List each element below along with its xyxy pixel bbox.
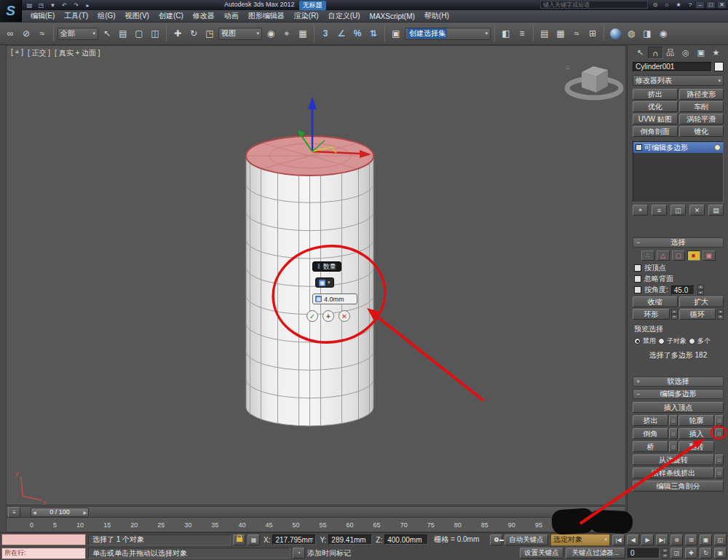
current-frame-field[interactable] [628, 548, 660, 559]
percent-snap-icon[interactable]: % [350, 26, 365, 41]
track-bar[interactable]: 0 5 10 15 20 25 30 35 40 45 50 55 60 65 … [6, 518, 626, 532]
ring-spinner[interactable]: ▴▾ [671, 309, 678, 320]
edit-triangulation-button[interactable]: 编辑三角剖分 [633, 481, 724, 492]
bind-spacewarp-icon[interactable]: ≈ [35, 26, 50, 41]
object-name-field[interactable] [633, 62, 712, 72]
spinner-up-icon[interactable]: ▴ [662, 548, 668, 553]
border-icon[interactable]: ▢ [672, 251, 685, 261]
turbosmooth-button[interactable]: 涡轮平滑 [679, 114, 724, 125]
bevel-profile-button[interactable]: 倒角剖面 [633, 126, 678, 137]
remove-modifier-icon[interactable]: ✕ [689, 205, 705, 216]
pin-stack-icon[interactable]: ⌖ [633, 205, 648, 216]
caddy-drag-handle-icon[interactable]: ‖ [317, 263, 320, 270]
absolute-mode-icon[interactable]: ▦ [248, 535, 260, 545]
auto-key-button[interactable]: 自动关键点 [505, 535, 548, 545]
rendered-frame-icon[interactable]: ◨ [640, 26, 654, 41]
menu-create[interactable]: 创建(C) [154, 10, 188, 22]
new-key-filter-dropdown[interactable]: 选定对象▾ [550, 534, 610, 546]
preview-disable-radio[interactable] [634, 338, 641, 344]
spinner-down-icon[interactable]: ▾ [671, 315, 678, 320]
minimize-button[interactable]: – [695, 1, 705, 9]
tab-create-icon[interactable]: ↖ [633, 47, 648, 59]
pan-icon[interactable]: ✚ [685, 548, 697, 559]
favorites-icon[interactable]: ★ [674, 1, 683, 8]
select-move-icon[interactable]: ✚ [170, 26, 185, 41]
caddy-type-dropdown[interactable]: ▦ ▾ [315, 277, 334, 288]
spinner-up-icon[interactable]: ▴ [697, 285, 704, 290]
key-filters-button[interactable]: 关键点过滤器... [566, 548, 625, 559]
viewcube[interactable]: ⌂ [566, 63, 621, 98]
modifier-stack[interactable]: 可编辑多边形 [633, 141, 724, 202]
play-icon[interactable]: ▶ [641, 535, 654, 545]
bridge-button[interactable]: 桥 [633, 441, 668, 452]
spinner-down-icon[interactable]: ▾ [697, 291, 704, 296]
loop-spinner[interactable]: ▴▾ [717, 309, 724, 320]
render-setup-icon[interactable]: ◍ [624, 26, 638, 41]
tab-modify-icon[interactable]: ∩ [648, 47, 663, 59]
help-icon[interactable]: ? [686, 1, 695, 8]
taper-button[interactable]: 锥化 [679, 126, 724, 137]
inset-settings-button[interactable]: □ [715, 428, 724, 439]
named-selection-set-dropdown[interactable]: 创建选择集▾ [405, 28, 491, 40]
previous-frame-icon[interactable]: ◀ [627, 535, 639, 545]
menu-help[interactable]: 帮助(H) [420, 10, 454, 22]
menu-group[interactable]: 组(G) [93, 10, 119, 22]
stack-item-editable-poly[interactable]: 可编辑多边形 [633, 142, 723, 153]
viewport[interactable]: [ + ] [ 正交 ] [ 真实 + 边面 ] [6, 45, 626, 505]
frame-spinner[interactable]: ▴▾ [662, 548, 668, 559]
new-scene-icon[interactable]: ▤ [25, 2, 34, 9]
undo-icon[interactable]: ↶ [60, 2, 69, 9]
snap-toggle-icon[interactable]: 3 [318, 26, 333, 41]
angle-spinner[interactable]: ▴▾ [697, 285, 704, 295]
macro-recorder-field[interactable] [1, 534, 86, 545]
vertex-icon[interactable]: ∴ [641, 251, 654, 261]
spinner-up-icon[interactable]: ▴ [717, 309, 724, 315]
fov-icon[interactable]: ◲ [670, 548, 683, 559]
modifier-list-dropdown[interactable]: 修改器列表 ▾ [633, 75, 724, 86]
trackbar-toggle-icon[interactable]: ≡ [8, 507, 20, 518]
select-scale-icon[interactable]: ◳ [202, 26, 217, 41]
grow-button[interactable]: 扩大 [679, 296, 724, 307]
angle-value-field[interactable] [671, 285, 695, 295]
lathe-button[interactable]: 车削 [679, 101, 724, 112]
zoom-extents-icon[interactable]: ▣ [700, 535, 712, 545]
tab-utilities-icon[interactable]: ★ [708, 47, 724, 59]
orbit-icon[interactable]: ↻ [700, 548, 712, 559]
caddy-cancel-button[interactable]: ✕ [339, 310, 350, 322]
bevel-button[interactable]: 倒角 [633, 428, 668, 439]
menu-maxscript[interactable]: MAXScript(M) [365, 12, 419, 21]
menu-rendering[interactable]: 渲染(R) [290, 10, 323, 22]
uvw-map-button[interactable]: UVW 贴图 [633, 114, 678, 125]
select-manipulate-icon[interactable]: ⌖ [280, 26, 294, 41]
time-tag-icon[interactable]: ◔ [293, 548, 305, 559]
pivot-center-icon[interactable]: ◉ [264, 26, 278, 41]
rollout-soft-selection[interactable]: + 软选择 [633, 376, 724, 387]
viewport-menu-shading[interactable]: [ 真实 + 边面 ] [55, 48, 100, 58]
path-deform-button[interactable]: 路径变形 [679, 89, 724, 100]
next-frame-arrow-icon[interactable]: ▶ [83, 510, 87, 515]
mirror-icon[interactable]: ◧ [499, 26, 513, 41]
viewcube-home-icon[interactable]: ⌂ [566, 63, 570, 71]
time-slider-handle[interactable]: ◀ 0 / 100 ▶ [31, 508, 89, 517]
project-folder-icon[interactable]: ▸ [83, 2, 92, 9]
spinner-down-icon[interactable]: ▾ [662, 553, 668, 559]
outline-button[interactable]: 轮廓 [678, 415, 714, 426]
outline-settings-button[interactable]: □ [715, 415, 724, 426]
spinner-snap-icon[interactable]: ⇅ [366, 26, 381, 41]
polygon-icon[interactable]: ■ [687, 251, 700, 261]
caddy-title[interactable]: ‖ 数量 [312, 261, 341, 272]
show-end-result-icon[interactable]: ≡ [652, 205, 667, 216]
visibility-bulb-icon[interactable] [714, 144, 721, 151]
caddy-amount-input[interactable] [324, 296, 355, 303]
maximize-button[interactable]: □ [706, 1, 716, 9]
menu-views[interactable]: 视图(V) [121, 10, 154, 22]
close-button[interactable]: ✕ [717, 1, 727, 9]
x-coordinate-field[interactable] [272, 535, 316, 545]
preview-multiple-radio[interactable] [689, 338, 695, 344]
go-to-start-icon[interactable]: |◀ [612, 535, 625, 545]
z-coordinate-field[interactable] [384, 535, 428, 545]
time-slider[interactable]: ≡ ◀ 0 / 100 ▶ [6, 506, 626, 518]
select-by-name-icon[interactable]: ▤ [116, 26, 130, 41]
unlink-icon[interactable]: ⊘ [19, 26, 33, 41]
menu-customize[interactable]: 自定义(U) [324, 10, 365, 22]
